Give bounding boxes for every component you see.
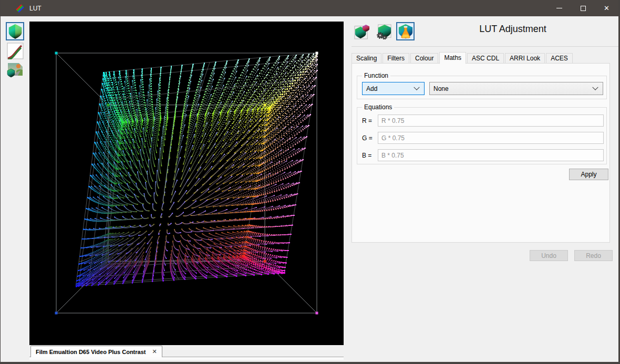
- lut-adjustment-icon: [398, 24, 414, 39]
- toolbar-lut-adjustment-button[interactable]: [396, 22, 415, 40]
- sidebar-item-image-preview[interactable]: [6, 60, 24, 79]
- curves-icon: [7, 43, 24, 59]
- titlebar: LUT ✕: [1, 0, 618, 16]
- equation-input-g[interactable]: [378, 132, 604, 144]
- apply-button[interactable]: Apply: [569, 169, 608, 180]
- close-button[interactable]: ✕: [595, 0, 618, 16]
- panel-title: LUT Adjustment: [416, 24, 610, 35]
- image-preview-icon: [7, 61, 24, 78]
- close-icon: ✕: [604, 5, 609, 12]
- window-title: LUT: [29, 5, 42, 12]
- sidebar-item-curves-view[interactable]: [6, 41, 24, 60]
- maximize-icon: [581, 6, 586, 11]
- maximize-button[interactable]: [571, 0, 595, 16]
- color-cube-icon: [8, 24, 23, 39]
- equation-label-g: G =: [362, 134, 378, 142]
- minimize-button[interactable]: [547, 0, 571, 16]
- equation-row-r: R =: [362, 115, 604, 127]
- minimize-icon: [556, 8, 562, 8]
- tab-aces[interactable]: ACES: [546, 53, 573, 64]
- tab-close-icon[interactable]: ✕: [152, 348, 157, 355]
- equation-label-b: B =: [362, 152, 378, 159]
- toolbar-process-lut-button[interactable]: [375, 22, 393, 40]
- process-lut-icon: [376, 24, 392, 39]
- tab-colour[interactable]: Colour: [410, 53, 438, 64]
- function-select[interactable]: Add: [362, 82, 425, 95]
- lut-3d-view[interactable]: [29, 22, 344, 345]
- modifier-select-value: None: [433, 85, 449, 92]
- equations-group-label: Equations: [362, 103, 394, 111]
- tab-arri-look[interactable]: ARRI Look: [505, 53, 545, 64]
- tab-asc-cdl[interactable]: ASC CDL: [467, 53, 504, 64]
- combine-luts-icon: [354, 24, 370, 39]
- equation-label-r: R =: [362, 117, 378, 124]
- tab-scaling[interactable]: Scaling: [352, 53, 381, 64]
- lut-document-tab-label: Film Emualtion D65 Video Plus Contrast: [36, 349, 146, 355]
- chevron-down-icon: [414, 84, 419, 90]
- tab-filters[interactable]: Filters: [383, 53, 409, 64]
- undo-button[interactable]: Undo: [530, 250, 568, 261]
- adjustment-tabstrip: Scaling Filters Colour Maths ASC CDL ARR…: [352, 51, 574, 64]
- tab-maths[interactable]: Maths: [439, 52, 466, 64]
- sidebar-item-cube-view[interactable]: [6, 22, 24, 40]
- equation-row-b: B =: [362, 149, 604, 161]
- chevron-down-icon: [592, 84, 598, 90]
- function-group-label: Function: [362, 72, 390, 79]
- redo-button[interactable]: Redo: [574, 250, 613, 261]
- panel-separator: [352, 46, 618, 47]
- equation-input-r[interactable]: [378, 115, 604, 127]
- equation-row-g: G =: [362, 132, 604, 144]
- modifier-select[interactable]: None: [429, 82, 603, 95]
- function-select-value: Add: [366, 85, 377, 92]
- app-icon: [15, 4, 25, 13]
- toolbar-combine-luts-button[interactable]: [353, 22, 371, 40]
- lut-document-tab[interactable]: Film Emualtion D65 Video Plus Contrast ✕: [30, 346, 162, 357]
- equation-input-b[interactable]: [378, 149, 604, 161]
